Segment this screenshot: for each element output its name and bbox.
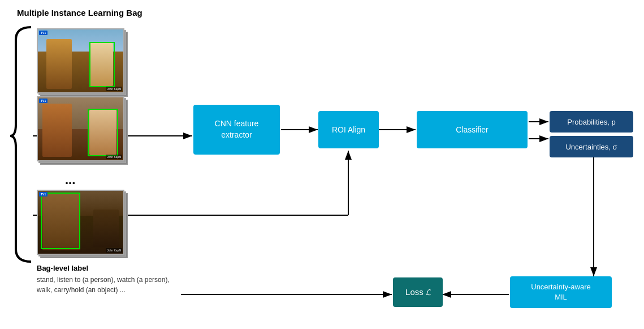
loss-box: Loss 𝓛	[393, 277, 443, 307]
frame-group-2: TV1 John Kapfil	[37, 96, 124, 161]
roi-box: ROI Align	[318, 111, 379, 148]
video-frame-2: TV1 John Kapfil	[37, 96, 124, 161]
bag-level-label: Bag-level label stand, listen to (a pers…	[37, 264, 170, 295]
probabilities-box: Probabilities, p	[550, 111, 633, 133]
dots: ...	[65, 173, 75, 187]
uncertainties-box: Uncertainties, σ	[550, 136, 633, 157]
video-frame-1: TV1 John Kapfil	[37, 28, 124, 93]
frame-group-3: TV1 John Kapfil	[37, 190, 124, 255]
mil-box: Uncertainty-aware MIL	[510, 276, 612, 308]
page-title: Multiple Instance Learning Bag	[17, 8, 142, 18]
classifier-box: Classifier	[417, 111, 528, 148]
diagram-container: Multiple Instance Learning Bag	[0, 0, 644, 329]
frame-group-1: TV1 John Kapfil	[37, 28, 124, 93]
video-frame-3: TV1 John Kapfil	[37, 190, 124, 255]
cnn-box: CNN feature extractor	[193, 105, 280, 155]
